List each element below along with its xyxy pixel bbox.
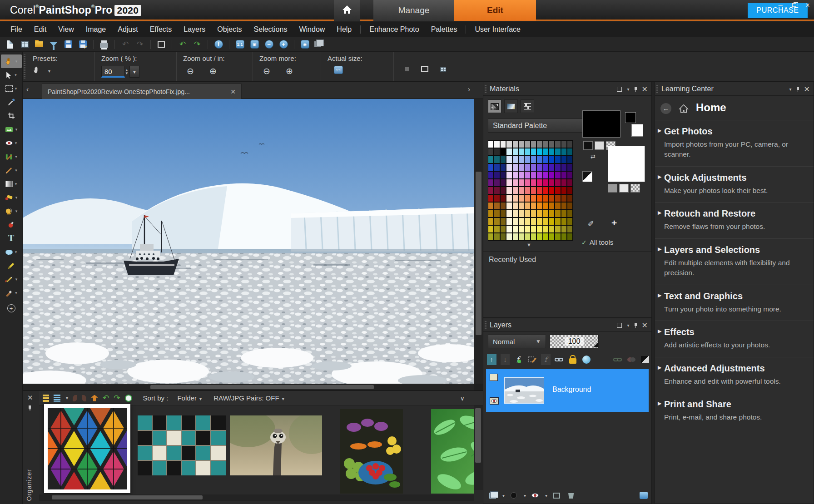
chevron-down-icon[interactable]: ▾ [15, 195, 18, 200]
color-swatch[interactable] [524, 156, 530, 163]
color-swatch[interactable] [524, 140, 530, 148]
color-swatch[interactable] [524, 225, 530, 233]
zoom-more-in-icon[interactable]: ⊕ [286, 66, 293, 76]
color-swatch[interactable] [536, 148, 542, 156]
color-swatch[interactable] [567, 210, 573, 217]
chevron-down-icon[interactable]: ▾ [545, 493, 547, 498]
color-swatch[interactable] [536, 156, 542, 163]
organizer-close-icon[interactable]: ✕ [27, 394, 33, 402]
color-swatch[interactable] [549, 217, 555, 225]
tool-brush[interactable]: ▾ [1, 163, 22, 177]
color-swatch[interactable] [506, 194, 512, 202]
menu-file[interactable]: File [5, 22, 28, 37]
color-swatch[interactable] [488, 225, 494, 233]
color-swatch[interactable] [500, 140, 506, 148]
color-swatch[interactable] [512, 225, 518, 233]
zoom-out-step-icon[interactable]: ⊖ [187, 66, 194, 76]
chevron-down-icon[interactable]: ▾ [524, 493, 526, 498]
tool-clone[interactable]: ▾ [1, 123, 22, 136]
color-swatch[interactable] [500, 156, 506, 163]
layers-menu-icon[interactable]: ▾ [627, 323, 630, 328]
tool-preset-shapes[interactable]: ▾ [1, 245, 22, 259]
organizer-vscroll-thumb[interactable] [475, 408, 481, 463]
color-swatch[interactable] [500, 194, 506, 202]
tab-home[interactable] [334, 0, 360, 21]
color-swatch[interactable] [518, 156, 524, 163]
color-swatch[interactable] [567, 140, 573, 148]
document-close-icon[interactable]: ✕ [230, 88, 236, 95]
color-swatch[interactable] [549, 179, 555, 187]
menu-layers[interactable]: Layers [178, 22, 211, 37]
drag-grip[interactable] [24, 54, 25, 79]
color-swatch[interactable] [549, 156, 555, 163]
open-button[interactable] [34, 39, 45, 50]
color-swatch[interactable] [494, 156, 500, 163]
color-swatch[interactable] [494, 210, 500, 217]
color-swatch[interactable] [518, 202, 524, 210]
color-swatch[interactable] [512, 156, 518, 163]
color-swatch[interactable] [561, 148, 567, 156]
tool-add[interactable]: + [1, 301, 22, 315]
color-swatch[interactable] [567, 187, 573, 194]
color-swatch[interactable] [543, 163, 549, 171]
materials-tab-gradient[interactable] [504, 99, 518, 113]
color-swatch[interactable] [543, 148, 549, 156]
color-swatch[interactable] [536, 194, 542, 202]
color-swatch[interactable] [506, 225, 512, 233]
foreground-color-swatch[interactable] [625, 112, 636, 123]
chevron-down-icon[interactable]: ▾ [15, 168, 17, 173]
highlight-layer-icon[interactable] [581, 354, 591, 365]
delete-layer-icon[interactable] [566, 490, 576, 501]
color-swatch[interactable] [506, 156, 512, 163]
chevron-down-icon[interactable]: ▾ [15, 209, 18, 213]
new-image-button[interactable] [5, 39, 15, 50]
new-mask-icon[interactable] [508, 490, 519, 501]
color-swatch[interactable] [555, 163, 561, 171]
color-swatch[interactable] [488, 148, 494, 156]
chevron-down-icon[interactable]: ▾ [15, 127, 18, 132]
tool-flood-fill[interactable]: ▾ [1, 204, 22, 218]
fit-image-button[interactable]: ▣ [249, 39, 260, 50]
color-swatch[interactable] [561, 163, 567, 171]
color-swatch[interactable] [524, 187, 530, 194]
color-swatch[interactable] [524, 148, 530, 156]
color-swatch[interactable] [531, 156, 536, 163]
color-swatch[interactable] [531, 179, 536, 187]
chevron-down-icon[interactable]: ▾ [15, 250, 17, 254]
color-swatch[interactable] [555, 202, 561, 210]
document-tab[interactable]: PaintShopPro2020Review-OneStepPhotoFix.j… [42, 84, 242, 99]
color-swatch[interactable] [531, 217, 536, 225]
color-swatch[interactable] [494, 217, 500, 225]
resize-button[interactable] [156, 39, 167, 50]
color-swatch[interactable] [512, 233, 518, 241]
learning-center-menu-icon[interactable]: ▾ [789, 87, 792, 92]
color-swatch[interactable] [512, 148, 518, 156]
blend-ranges-icon[interactable] [640, 354, 650, 365]
organizer-horizontal-scrollbar[interactable] [39, 494, 474, 501]
color-swatch[interactable] [543, 202, 549, 210]
fg-gradient-button[interactable] [595, 141, 604, 150]
edit-selection-toggle-icon[interactable] [640, 492, 648, 499]
learning-center-pin-icon[interactable] [796, 87, 799, 92]
color-swatch[interactable] [512, 202, 518, 210]
color-swatch[interactable] [549, 194, 555, 202]
tool-crop[interactable] [1, 109, 22, 123]
color-swatch[interactable] [524, 233, 530, 241]
color-swatch[interactable] [531, 233, 536, 241]
color-swatch[interactable] [518, 225, 524, 233]
tool-dropper[interactable] [1, 95, 22, 109]
color-swatch[interactable] [494, 163, 500, 171]
organizer-vertical-scrollbar[interactable] [474, 405, 483, 490]
zoom-dropdown[interactable]: ▼ [129, 66, 139, 78]
color-swatch[interactable] [524, 163, 530, 171]
color-swatch[interactable] [518, 217, 524, 225]
screen-capture-button[interactable]: ◉ [299, 39, 310, 50]
tool-text[interactable]: T [1, 232, 22, 245]
color-swatch[interactable] [561, 225, 567, 233]
materials-maximize-icon[interactable] [617, 87, 622, 92]
color-swatch[interactable] [494, 171, 500, 179]
color-swatch[interactable] [561, 179, 567, 187]
color-swatch[interactable] [488, 233, 494, 241]
color-swatch[interactable] [543, 194, 549, 202]
move-layer-up-icon[interactable]: ↑ [487, 354, 496, 365]
